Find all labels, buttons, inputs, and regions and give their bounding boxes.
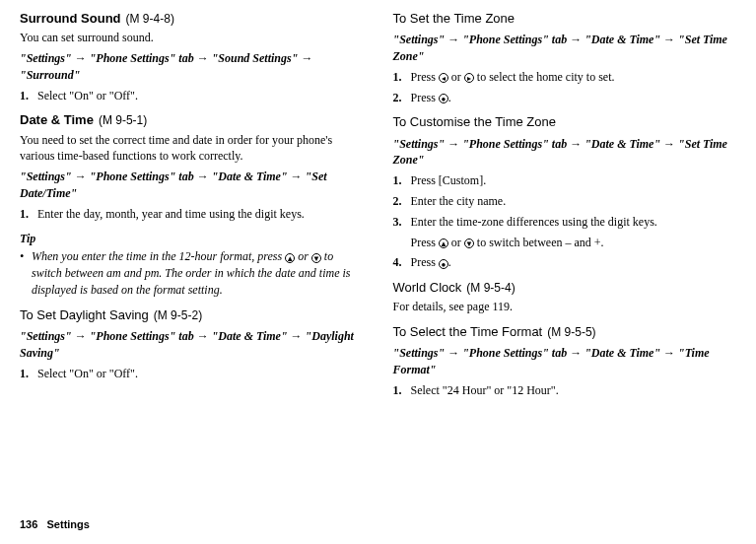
- nav-up-icon: ▲: [285, 253, 295, 263]
- step-number: 1.: [393, 382, 411, 399]
- path-segment: "Settings": [393, 346, 446, 360]
- step-text: Select "24 Hour" or "12 Hour".: [411, 382, 559, 399]
- path-segment: "Surround": [20, 68, 80, 82]
- path-segment: "Phone Settings" tab: [462, 33, 567, 46]
- step-fragment: .: [448, 91, 451, 104]
- step-number: 1.: [20, 206, 37, 223]
- arrow-icon: →: [197, 51, 212, 65]
- step-number: 1.: [20, 366, 37, 382]
- bullet-icon: •: [20, 248, 32, 298]
- tip-fragment: When you enter the time in the 12-hour f…: [32, 249, 285, 263]
- tip-fragment: or: [295, 249, 311, 263]
- body-text: For details, see page 119.: [393, 299, 737, 315]
- page-footer: 136 Settings: [20, 517, 90, 532]
- arrow-icon: →: [301, 51, 312, 65]
- daylight-saving-section: To Set Daylight Saving (M 9-5-2) "Settin…: [20, 306, 364, 382]
- menu-path: "Settings" → "Phone Settings" tab → "Dat…: [393, 345, 737, 378]
- step-fragment: .: [448, 255, 451, 269]
- tip-section: Tip • When you enter the time in the 12-…: [20, 231, 364, 299]
- step-number: 1.: [20, 88, 37, 104]
- step-text: Press ◂ or ▸ to select the home city to …: [411, 69, 615, 86]
- step-text: Press ●.: [411, 90, 451, 106]
- nav-center-icon: ●: [439, 94, 448, 103]
- arrow-icon: →: [663, 33, 678, 46]
- path-segment: "Settings": [393, 137, 446, 151]
- sub-heading: To Set the Time Zone: [393, 11, 515, 26]
- step-fragment: Press: [411, 91, 439, 104]
- step-fragment: Press: [411, 236, 439, 249]
- arrow-icon: →: [570, 137, 584, 151]
- step-item: 2. Press ●.: [393, 90, 737, 106]
- nav-center-icon: ●: [439, 259, 448, 269]
- arrow-icon: →: [447, 137, 459, 151]
- menu-code: (M 9-5-1): [99, 113, 147, 127]
- path-segment: "Date & Time": [584, 33, 660, 46]
- menu-code: (M 9-5-5): [547, 325, 595, 339]
- menu-path: "Settings" → "Phone Settings" tab → "Sou…: [20, 50, 364, 84]
- nav-right-icon: ▸: [464, 73, 474, 83]
- path-segment: "Phone Settings" tab: [90, 51, 194, 65]
- step-item: 4. Press ●.: [393, 254, 737, 271]
- menu-path: "Settings" → "Phone Settings" tab → "Dat…: [393, 32, 737, 65]
- step-fragment: or: [448, 236, 464, 249]
- step-fragment: to switch between – and +.: [474, 236, 604, 249]
- sub-heading: To Set Daylight Saving: [20, 307, 149, 322]
- arrow-icon: →: [75, 329, 87, 343]
- customise-time-zone-section: To Customise the Time Zone "Settings" → …: [393, 113, 737, 271]
- arrow-icon: →: [75, 51, 90, 65]
- intro-text: You need to set the correct time and dat…: [20, 132, 364, 166]
- tip-text: When you enter the time in the 12-hour f…: [32, 248, 364, 298]
- path-segment: "Date & Time": [212, 329, 288, 343]
- surround-sound-section: Surround Sound (M 9-4-8) You can set sur…: [20, 10, 364, 103]
- left-column: Surround Sound (M 9-4-8) You can set sur…: [20, 10, 364, 407]
- step-item: 1. Press [Custom].: [393, 172, 737, 189]
- right-column: To Set the Time Zone "Settings" → "Phone…: [393, 10, 737, 407]
- tip-item: • When you enter the time in the 12-hour…: [20, 248, 364, 298]
- world-clock-section: World Clock (M 9-5-4) For details, see p…: [393, 279, 737, 315]
- step-fragment: to select the home city to set.: [474, 70, 615, 84]
- menu-code: (M 9-5-2): [154, 308, 202, 322]
- menu-path: "Settings" → "Phone Settings" tab → "Dat…: [20, 328, 364, 362]
- arrow-icon: →: [570, 33, 584, 46]
- sub-heading: To Select the Time Format: [393, 324, 543, 339]
- path-segment: "Settings": [20, 51, 72, 65]
- path-segment: "Settings": [20, 170, 72, 183]
- menu-path: "Settings" → "Phone Settings" tab → "Dat…: [20, 169, 364, 202]
- step-number: 1.: [393, 172, 411, 189]
- step-fragment: or: [448, 70, 464, 84]
- arrow-icon: →: [291, 329, 306, 343]
- step-item: 3. Enter the time-zone differences using…: [393, 214, 737, 231]
- step-text: Enter the city name.: [411, 193, 507, 210]
- arrow-icon: →: [447, 346, 459, 360]
- menu-code: (M 9-5-4): [466, 281, 515, 295]
- nav-left-icon: ◂: [439, 73, 448, 83]
- time-zone-section: To Set the Time Zone "Settings" → "Phone…: [393, 10, 737, 105]
- step-text: Select "On" or "Off".: [37, 88, 138, 104]
- step-fragment: Press: [411, 255, 439, 269]
- path-segment: "Phone Settings" tab: [462, 137, 567, 151]
- nav-down-icon: ▼: [464, 238, 474, 248]
- arrow-icon: →: [197, 170, 212, 183]
- sub-heading: World Clock: [393, 280, 462, 295]
- section-heading: Surround Sound: [20, 11, 121, 26]
- arrow-icon: →: [663, 346, 678, 360]
- arrow-icon: →: [291, 170, 306, 183]
- step-item: 1. Select "On" or "Off".: [20, 366, 364, 382]
- menu-code: (M 9-4-8): [126, 12, 174, 26]
- arrow-icon: →: [570, 346, 584, 360]
- nav-up-icon: ▲: [439, 238, 448, 248]
- path-segment: "Date & Time": [584, 137, 660, 151]
- path-segment: "Phone Settings" tab: [90, 329, 194, 343]
- arrow-icon: →: [197, 329, 212, 343]
- step-number: 2.: [393, 193, 411, 210]
- date-time-section: Date & Time (M 9-5-1) You need to set th…: [20, 111, 364, 222]
- path-segment: "Phone Settings" tab: [462, 346, 567, 360]
- time-format-section: To Select the Time Format (M 9-5-5) "Set…: [393, 323, 737, 399]
- step-fragment: Press: [411, 70, 439, 84]
- step-item: 1. Enter the day, month, year and time u…: [20, 206, 364, 223]
- step-item: 1. Press ◂ or ▸ to select the home city …: [393, 69, 737, 86]
- step-item: 1. Select "24 Hour" or "12 Hour".: [393, 382, 737, 399]
- step-number: 3.: [393, 214, 411, 231]
- step-sub-text: Press ▲ or ▼ to switch between – and +.: [411, 235, 737, 251]
- step-text: Press [Custom].: [411, 172, 487, 189]
